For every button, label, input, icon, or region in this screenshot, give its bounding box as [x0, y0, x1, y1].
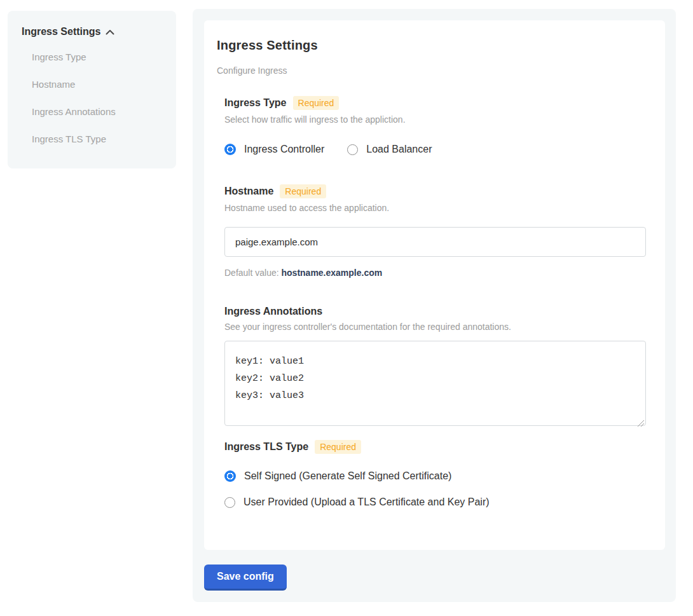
- section-ingress-type: Ingress Type Required Select how traffic…: [224, 96, 646, 155]
- ingress-tls-radio-group: Self Signed (Generate Self Signed Certif…: [224, 470, 646, 508]
- config-sidebar: Ingress Settings Ingress Type Hostname I…: [8, 11, 176, 168]
- radio-self-signed-label[interactable]: Self Signed (Generate Self Signed Certif…: [244, 470, 451, 482]
- radio-selected-icon[interactable]: [224, 470, 236, 482]
- radio-user-provided-label[interactable]: User Provided (Upload a TLS Certificate …: [244, 496, 490, 508]
- default-value-label: Default value:: [224, 268, 279, 278]
- page-subtitle: Configure Ingress: [217, 65, 646, 76]
- hostname-help: Hostname used to access the application.: [224, 203, 646, 213]
- chevron-up-icon: [106, 29, 114, 35]
- radio-unselected-icon[interactable]: [224, 497, 235, 508]
- ingress-tls-type-label: Ingress TLS Type: [224, 441, 308, 453]
- radio-load-balancer-label[interactable]: Load Balancer: [366, 144, 432, 155]
- config-main-panel: Ingress Settings Configure Ingress Ingre…: [193, 9, 676, 602]
- section-ingress-annotations: Ingress Annotations See your ingress con…: [224, 306, 646, 426]
- save-config-button[interactable]: Save config: [204, 565, 287, 591]
- ingress-type-help: Select how traffic will ingress to the a…: [224, 114, 646, 125]
- page-title: Ingress Settings: [217, 38, 646, 53]
- radio-self-signed[interactable]: Self Signed (Generate Self Signed Certif…: [224, 470, 646, 482]
- hostname-default-line: Default value: hostname.example.com: [224, 268, 646, 278]
- hostname-label: Hostname: [224, 186, 273, 197]
- default-value-text: hostname.example.com: [282, 268, 383, 278]
- sidebar-item-ingress-type[interactable]: Ingress Type: [32, 51, 162, 62]
- ingress-type-label: Ingress Type: [224, 97, 287, 109]
- required-badge: Required: [280, 184, 326, 198]
- ingress-annotations-textarea[interactable]: key1: value1 key2: value2 key3: value3: [224, 341, 646, 426]
- config-sections: Ingress Type Required Select how traffic…: [224, 96, 646, 508]
- section-ingress-tls-type: Ingress TLS Type Required Self Signed (G…: [224, 440, 646, 508]
- resize-handle-icon[interactable]: [638, 418, 644, 424]
- sidebar-item-hostname[interactable]: Hostname: [32, 79, 162, 90]
- radio-user-provided[interactable]: User Provided (Upload a TLS Certificate …: [224, 496, 646, 508]
- section-hostname: Hostname Required Hostname used to acces…: [224, 184, 646, 278]
- radio-selected-icon[interactable]: [224, 144, 236, 155]
- config-card: Ingress Settings Configure Ingress Ingre…: [204, 20, 665, 550]
- ingress-annotations-help: See your ingress controller's documentat…: [224, 322, 646, 332]
- radio-unselected-icon[interactable]: [347, 144, 358, 155]
- sidebar-item-list: Ingress Type Hostname Ingress Annotation…: [32, 51, 162, 144]
- radio-ingress-controller-label[interactable]: Ingress Controller: [244, 144, 324, 155]
- sidebar-group-ingress-settings[interactable]: Ingress Settings: [22, 26, 162, 38]
- radio-load-balancer[interactable]: Load Balancer: [347, 144, 432, 155]
- sidebar-item-ingress-annotations[interactable]: Ingress Annotations: [32, 106, 162, 117]
- hostname-input[interactable]: [224, 227, 646, 257]
- required-badge: Required: [315, 440, 361, 454]
- radio-ingress-controller[interactable]: Ingress Controller: [224, 144, 324, 155]
- sidebar-group-title: Ingress Settings: [22, 26, 100, 38]
- sidebar-item-ingress-tls-type[interactable]: Ingress TLS Type: [32, 133, 162, 144]
- ingress-annotations-label: Ingress Annotations: [224, 306, 322, 317]
- required-badge: Required: [293, 96, 340, 110]
- ingress-type-radio-group: Ingress Controller Load Balancer: [224, 144, 646, 155]
